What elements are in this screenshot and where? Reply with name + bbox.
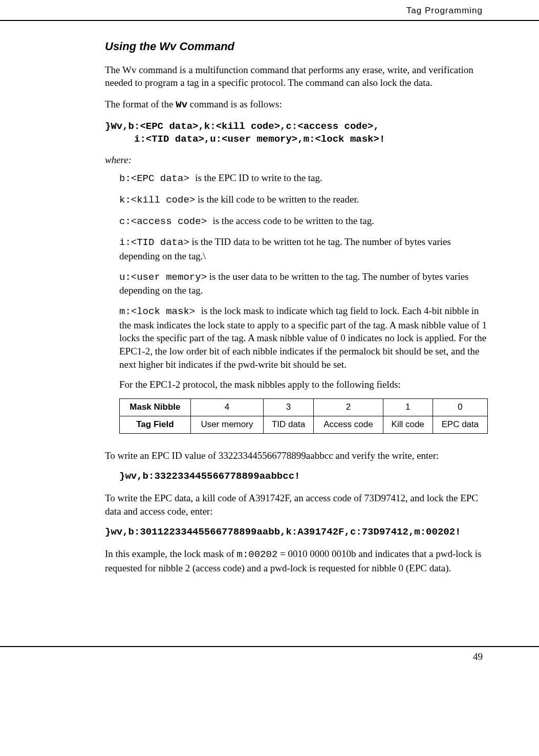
syntax-block: }Wv,b:<EPC data>,k:<kill code>,c:<access… [105, 120, 488, 146]
row-label: Mask Nibble [120, 398, 191, 416]
page-footer: 49 [0, 646, 539, 684]
param-u: u:<user memory> is the user data to be w… [119, 270, 488, 297]
section-title: Tag Programming [406, 6, 483, 15]
param-m: m:<lock mask> is the lock mask to indica… [119, 304, 488, 371]
cell: User memory [190, 416, 263, 433]
page-number: 49 [473, 651, 483, 662]
param-code: u:<user memory> [119, 272, 207, 283]
where-label: where: [105, 153, 488, 167]
wv-command-inline: Wv [176, 99, 187, 110]
intro-paragraph-2: The format of the Wv command is as follo… [105, 98, 488, 112]
intro-paragraph-1: The Wv command is a multifunction comman… [105, 63, 488, 90]
cell: 1 [383, 398, 433, 416]
example-3-text: In this example, the lock mask of m:0020… [105, 547, 488, 574]
page-header: Tag Programming [0, 0, 539, 21]
table-caption: For the EPC1-2 protocol, the mask nibble… [119, 378, 488, 391]
param-b: b:<EPC data> is the EPC ID to write to t… [119, 171, 488, 186]
text: command is as follows: [187, 99, 282, 109]
example-1-code: }wv,b:332233445566778899aabbcc! [119, 470, 488, 483]
table-row: Tag Field User memory TID data Access co… [120, 416, 488, 433]
param-desc: is the access code to be written to the … [212, 215, 374, 226]
example-2-text: To write the EPC data, a kill code of A3… [105, 492, 488, 518]
param-code: i:<TID data> [119, 237, 189, 248]
row-label: Tag Field [120, 416, 191, 433]
param-c: c:<access code> is the access code to be… [119, 214, 488, 229]
cell: EPC data [433, 416, 487, 433]
table-row: Mask Nibble 4 3 2 1 0 [120, 398, 488, 416]
text: In this example, the lock mask of [105, 548, 237, 559]
param-code: m:<lock mask> [119, 306, 201, 317]
example-1-text: To write an EPC ID value of 332233445566… [105, 449, 488, 462]
param-code: b:<EPC data> [119, 173, 195, 184]
cell: 3 [263, 398, 313, 416]
param-k: k:<kill code> is the kill code to be wri… [119, 193, 488, 207]
lock-mask-inline: m:00202 [237, 549, 278, 560]
cell: TID data [263, 416, 313, 433]
mask-nibble-table: Mask Nibble 4 3 2 1 0 Tag Field User mem… [119, 398, 488, 434]
cell: 0 [433, 398, 487, 416]
text: The format of the [105, 99, 176, 109]
example-2-code: }wv,b:30112233445566778899aabb,k:A391742… [105, 526, 488, 539]
param-code: k:<kill code> [119, 194, 195, 206]
page-title: Using the Wv Command [105, 39, 488, 54]
param-i: i:<TID data> is the TID data to be writt… [119, 235, 488, 262]
cell: 2 [314, 398, 383, 416]
param-desc: is the EPC ID to write to the tag. [195, 172, 322, 183]
param-code: c:<access code> [119, 216, 212, 227]
page-content: Using the Wv Command The Wv command is a… [0, 21, 539, 574]
syntax-line-1: }Wv,b:<EPC data>,k:<kill code>,c:<access… [105, 121, 379, 132]
cell: Access code [314, 416, 383, 433]
cell: Kill code [383, 416, 433, 433]
cell: 4 [190, 398, 263, 416]
param-desc: is the kill code to be written to the re… [195, 194, 359, 205]
syntax-line-2: i:<TID data>,u:<user memory>,m:<lock mas… [105, 134, 385, 145]
